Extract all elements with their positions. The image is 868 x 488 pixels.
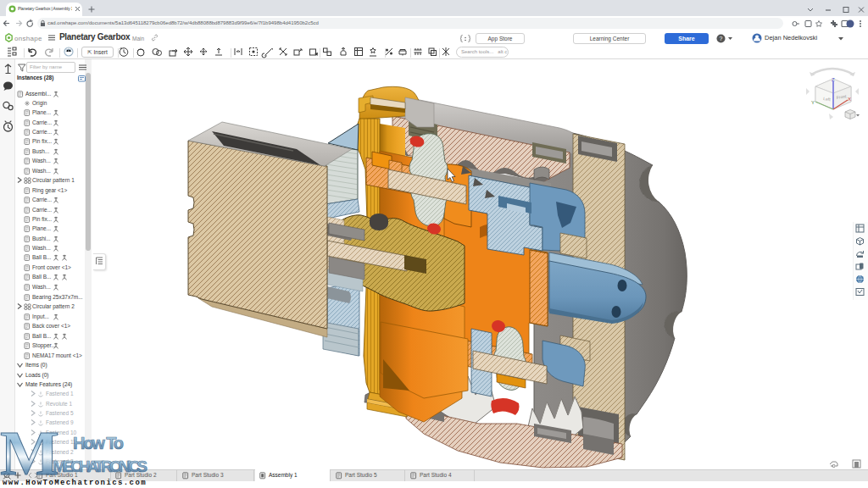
- svg-text:Left: Left: [823, 96, 832, 102]
- svg-text:Y: Y: [811, 100, 815, 105]
- svg-text:X: X: [848, 97, 851, 102]
- svg-text:MECHATRONICS: MECHATRONICS: [53, 458, 147, 475]
- svg-text:Z: Z: [832, 77, 835, 82]
- svg-text:M: M: [0, 422, 59, 481]
- svg-text:?: ?: [720, 36, 723, 42]
- svg-text:How To: How To: [73, 434, 124, 452]
